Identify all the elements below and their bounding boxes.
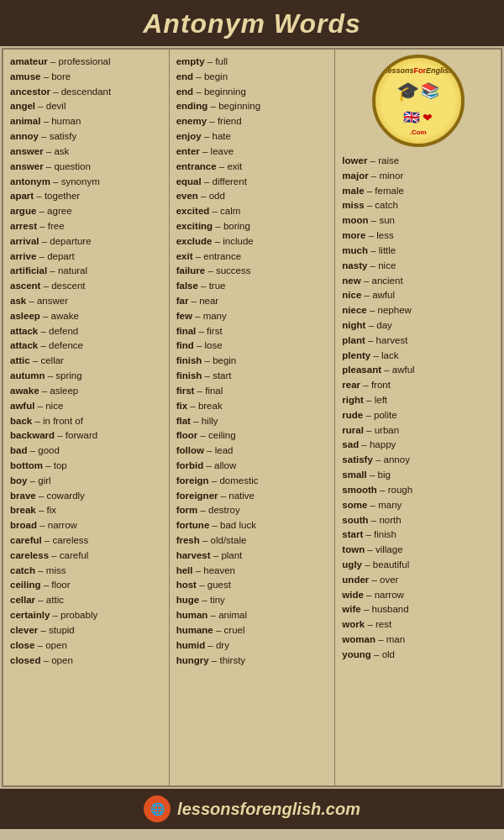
logo-text-top: LessonsForEnglish — [380, 65, 457, 76]
list-item: start – finish — [342, 528, 494, 543]
list-item: exciting – boring — [176, 219, 328, 234]
list-item: amuse – bore — [10, 70, 162, 85]
list-item: first – final — [176, 384, 328, 399]
list-item: night – day — [342, 318, 494, 333]
antonym-word: enemy — [176, 116, 207, 126]
list-item: failure – success — [176, 264, 328, 279]
antonym-word: woman — [342, 634, 375, 644]
antonym-word: new — [342, 276, 360, 286]
list-item: hell – heaven — [176, 564, 328, 579]
antonym-word: small — [342, 470, 366, 480]
list-item: ascent – descent — [10, 279, 162, 294]
antonym-word: right — [342, 395, 364, 405]
list-item: young – old — [342, 648, 494, 663]
antonym-word: arrival — [10, 236, 39, 246]
list-item: bad – good — [10, 444, 162, 459]
list-item: answer – question — [10, 160, 162, 175]
antonym-word: hell — [176, 565, 193, 575]
antonym-word: answer — [10, 161, 44, 171]
page-wrapper: Antonym Words amateur – professionalamus… — [0, 0, 504, 829]
list-item: plant – harvest — [342, 333, 494, 349]
antonym-word: awake — [10, 386, 39, 396]
list-item: major – minor — [342, 169, 494, 184]
list-item: new – ancient — [342, 274, 494, 289]
list-item: angel – devil — [10, 99, 162, 114]
antonym-word: exclude — [176, 236, 213, 246]
antonym-word: backward — [10, 430, 55, 440]
list-item: fix – break — [176, 399, 328, 414]
antonym-word: excited — [176, 206, 210, 216]
list-item: brave – cowardly — [10, 489, 162, 504]
antonym-word: lower — [342, 155, 367, 165]
list-item: ending – beginning — [176, 99, 328, 114]
list-item: nasty – nice — [342, 259, 494, 274]
list-item: follow – lead — [176, 444, 328, 459]
antonym-word: under — [342, 575, 369, 585]
list-item: south – north — [342, 513, 494, 528]
antonym-word: even — [176, 191, 198, 201]
list-item: arrival – departure — [10, 234, 162, 249]
antonym-word: find — [176, 340, 194, 350]
list-item: amateur – professional — [10, 55, 162, 70]
heart-icon: ❤ — [423, 109, 433, 128]
list-item: few – many — [176, 309, 328, 324]
list-item: end – begin — [176, 70, 328, 85]
antonym-word: finish — [176, 355, 202, 365]
list-item: enjoy – hate — [176, 129, 328, 144]
antonym-word: arrest — [10, 221, 37, 231]
footer: 🌐 lessonsforenglish.com — [0, 789, 504, 829]
list-item: backward – forward — [10, 428, 162, 444]
antonym-word: answer — [10, 146, 44, 156]
logo-area: LessonsForEnglish 🎓 📚 🇬🇧 ❤ .Com — [342, 55, 494, 147]
logo-text-bottom: .Com — [410, 129, 427, 137]
logo-circle: LessonsForEnglish 🎓 📚 🇬🇧 ❤ .Com — [372, 55, 465, 147]
list-item: much – little — [342, 244, 494, 259]
antonym-word: apart — [10, 191, 34, 201]
antonym-word: empty — [176, 56, 205, 66]
column-1: amateur – professionalamuse – boreancest… — [3, 50, 170, 785]
antonym-word: failure — [176, 265, 206, 276]
antonym-word: false — [176, 281, 198, 291]
list-item: bottom – top — [10, 459, 162, 474]
list-item: attack – defence — [10, 339, 162, 354]
antonym-word: pleasant — [342, 365, 381, 375]
globe-icon: 🌐 — [150, 802, 165, 816]
list-item: enemy – friend — [176, 114, 328, 129]
list-item: back – in front of — [10, 414, 162, 429]
antonym-word: first — [176, 386, 195, 396]
list-item: final – first — [176, 324, 328, 339]
antonym-word: nasty — [342, 260, 367, 270]
list-item: fortune – bad luck — [176, 518, 328, 533]
antonym-word: work — [342, 619, 365, 629]
antonym-word: follow — [176, 445, 204, 455]
list-item: far – near — [176, 294, 328, 309]
list-item: under – over — [342, 573, 494, 588]
antonym-word: bad — [10, 445, 27, 455]
list-item: human – animal — [176, 608, 328, 623]
list-item: humid – dry — [176, 638, 328, 654]
list-item: answer – ask — [10, 144, 162, 160]
list-item: smooth – rough — [342, 483, 494, 498]
antonym-word: autumn — [10, 370, 45, 381]
list-item: nice – awful — [342, 288, 494, 303]
list-item: careful – careless — [10, 533, 162, 549]
antonym-word: rude — [342, 410, 363, 420]
list-item: careless – careful — [10, 549, 162, 564]
list-item: ask – answer — [10, 294, 162, 309]
list-item: harvest – plant — [176, 549, 328, 564]
antonym-word: rear — [342, 380, 360, 390]
antonym-word: careful — [10, 535, 42, 545]
antonym-word: asleep — [10, 311, 40, 321]
antonym-word: attack — [10, 326, 38, 336]
list-item: autumn – spring — [10, 369, 162, 384]
list-item: floor – ceiling — [176, 428, 328, 444]
antonym-word: attack — [10, 340, 38, 350]
list-item: exclude – include — [176, 234, 328, 249]
antonym-word: satisfy — [342, 454, 372, 465]
antonym-word: boy — [10, 475, 27, 486]
list-item: lower – raise — [342, 154, 494, 169]
list-item: more – less — [342, 228, 494, 244]
content-area: amateur – professionalamuse – boreancest… — [2, 48, 502, 787]
antonym-word: rural — [342, 425, 364, 435]
antonym-word: exit — [176, 251, 193, 261]
